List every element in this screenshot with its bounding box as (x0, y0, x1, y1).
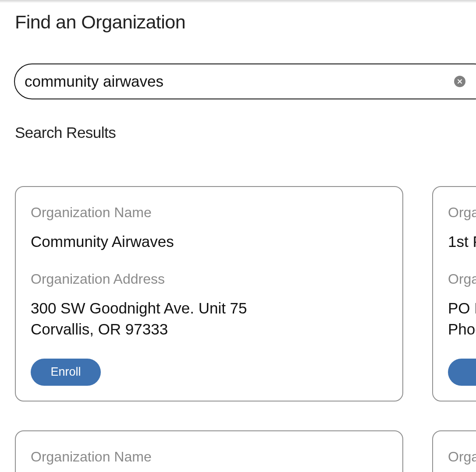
org-address-label: Orga (448, 271, 476, 287)
org-name-label: Orga (448, 449, 476, 465)
org-name-label: Organization Name (31, 449, 387, 465)
org-address-block: Orga PO B Phoe (448, 271, 476, 339)
results-row-1: Organization Name Community Airwaves Org… (15, 186, 461, 402)
address-line-1: 300 SW Goodnight Ave. Unit 75 (31, 298, 387, 318)
result-card: Orga (432, 430, 476, 472)
address-line-2: Corvallis, OR 97333 (31, 319, 387, 339)
result-card: Organization Name Community Airwaves Org… (15, 186, 403, 402)
address-line-2: Phoe (448, 319, 476, 339)
org-name-value: Community Airwaves (31, 231, 387, 252)
org-address-value: PO B Phoe (448, 298, 476, 339)
address-line-1: PO B (448, 298, 476, 318)
results-row-2: Organization Name Orga (15, 430, 461, 472)
top-gradient (0, 0, 476, 3)
search-results-heading: Search Results (15, 124, 461, 141)
page-title: Find an Organization (15, 11, 461, 33)
clear-search-button[interactable] (454, 76, 465, 87)
org-name-label: Organization Name (31, 204, 387, 221)
org-name-block: Orga 1st P (448, 204, 476, 252)
result-card: Orga 1st P Orga PO B Phoe En (432, 186, 476, 402)
org-address-label: Organization Address (31, 271, 387, 287)
search-wrapper (14, 63, 461, 99)
org-name-block: Organization Name Community Airwaves (31, 204, 387, 252)
search-input[interactable] (14, 63, 476, 99)
org-address-block: Organization Address 300 SW Goodnight Av… (31, 271, 387, 339)
x-clear-icon (457, 79, 462, 84)
enroll-button[interactable]: En (448, 359, 476, 386)
org-address-value: 300 SW Goodnight Ave. Unit 75 Corvallis,… (31, 298, 387, 339)
enroll-button[interactable]: Enroll (31, 359, 101, 386)
result-card: Organization Name (15, 430, 403, 472)
org-name-value: 1st P (448, 231, 476, 252)
org-name-label: Orga (448, 204, 476, 221)
main-container: Find an Organization Search Results Orga… (0, 11, 476, 472)
